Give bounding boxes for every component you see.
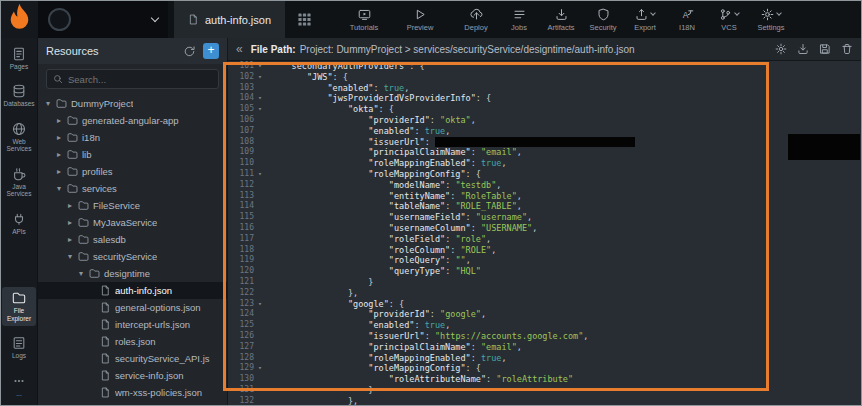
download-icon[interactable]	[797, 43, 809, 55]
code-line-109[interactable]: 109 "principalClaimName": "email",	[228, 147, 861, 158]
tree-folder-salesdb[interactable]: ▸salesdb	[38, 231, 227, 248]
code-line-110[interactable]: 110 "roleMappingEnabled": true,	[228, 158, 861, 169]
code-line-117[interactable]: 117 "roleField": "role",	[228, 234, 861, 245]
tree-toggle-icon[interactable]: ▾	[66, 252, 74, 261]
refresh-icon[interactable]	[183, 45, 196, 58]
rail-item-java-services[interactable]: Java Services	[2, 163, 36, 202]
topbar-settings-button[interactable]: Settings	[753, 7, 789, 32]
topbar-artifacts-button[interactable]: Artifacts	[543, 7, 579, 32]
apps-grid-icon[interactable]	[297, 12, 312, 27]
topbar-preview-button[interactable]: Preview	[402, 7, 438, 32]
code-line-116[interactable]: 116 "usernameColumn": "USERNAME",	[228, 223, 861, 234]
tree-toggle-icon[interactable]: ▸	[55, 116, 63, 125]
tree-toggle-icon[interactable]: ▸	[55, 133, 63, 142]
code-line-101[interactable]: 101▾ "secondaryAuthProviders": {	[228, 61, 861, 72]
code-line-126[interactable]: 126 "issuerUrl": "https://accounts.googl…	[228, 331, 861, 342]
code-line-130[interactable]: 130 "roleAttributeName": "roleAttribute"	[228, 374, 861, 385]
topbar-vcs-button[interactable]: VCS	[711, 7, 747, 32]
fold-toggle-icon[interactable]: ▾	[254, 104, 266, 115]
topbar-jobs-button[interactable]: Jobs	[501, 7, 537, 32]
code-line-115[interactable]: 115 "usernameField": "username",	[228, 212, 861, 223]
search-input[interactable]	[68, 74, 212, 85]
app-logo[interactable]	[1, 1, 38, 38]
code-line-124[interactable]: 124 "providerId": "google",	[228, 309, 861, 320]
tree-folder-designtime[interactable]: ▾designtime	[38, 265, 227, 282]
tree-file-securityservice-api-js[interactable]: securityService_API.js	[38, 350, 227, 367]
editor-settings-icon[interactable]	[775, 43, 787, 55]
fold-toggle-icon[interactable]: ▾	[254, 61, 266, 72]
tree-toggle-icon[interactable]: ▸	[66, 235, 74, 244]
code-line-128[interactable]: 128 "roleMappingEnabled": true,	[228, 353, 861, 364]
code-line-104[interactable]: 104▾ "jwsProviderIdVsProviderInfo": {	[228, 93, 861, 104]
code-line-112[interactable]: 112 "modelName": "testdb",	[228, 180, 861, 191]
code-line-119[interactable]: 119 "roleQuery": "",	[228, 255, 861, 266]
code-line-122[interactable]: 122 },	[228, 288, 861, 299]
code-line-125[interactable]: 125 "enabled": true,	[228, 320, 861, 331]
topbar-deploy-button[interactable]: Deploy	[458, 7, 494, 32]
code-line-121[interactable]: 121 }	[228, 277, 861, 288]
code-line-102[interactable]: 102▾ "JWS": {	[228, 72, 861, 83]
tree-folder-securityservice[interactable]: ▾securityService	[38, 248, 227, 265]
tree-file-intercept-urls-json[interactable]: intercept-urls.json	[38, 316, 227, 333]
tree-toggle-icon[interactable]: ▸	[66, 218, 74, 227]
tree-file-roles-json[interactable]: roles.json	[38, 333, 227, 350]
tree-toggle-icon[interactable]: ▸	[66, 201, 74, 210]
topbar-tutorials-button[interactable]: Tutorials	[346, 7, 382, 32]
code-line-123[interactable]: 123▾ "google": {	[228, 299, 861, 310]
tree-folder-fileservice[interactable]: ▸FileService	[38, 197, 227, 214]
rail-item-file-explorer[interactable]: File Explorer	[2, 287, 36, 326]
rail-item-databases[interactable]: Databases	[2, 80, 36, 111]
code-line-131[interactable]: 131 }	[228, 385, 861, 396]
tree-folder-profiles[interactable]: ▸profiles	[38, 163, 227, 180]
topbar-i18n-button[interactable]: AI18N	[669, 7, 705, 32]
tree-folder-services[interactable]: ▾services	[38, 180, 227, 197]
tree-toggle-icon[interactable]: ▸	[55, 150, 63, 159]
code-line-129[interactable]: 129▾ "roleMappingConfig": {	[228, 363, 861, 374]
save-icon[interactable]	[819, 43, 831, 55]
tree-toggle-icon[interactable]: ▸	[55, 167, 63, 176]
delete-icon[interactable]	[841, 43, 853, 55]
rail-item-more[interactable]: ...	[2, 370, 36, 401]
tree-toggle-icon[interactable]: ▾	[44, 99, 52, 108]
tree-file-wm-xss-policies-json[interactable]: wm-xss-policies.json	[38, 384, 227, 401]
code-line-113[interactable]: 113 "entityName": "RoleTable",	[228, 191, 861, 202]
rail-item-pages[interactable]: Pages	[2, 43, 36, 74]
code-line-132[interactable]: 132 },	[228, 396, 861, 405]
tree-folder-generated-angular-app[interactable]: ▸generated-angular-app	[38, 112, 227, 129]
fold-toggle-icon[interactable]: ▾	[254, 169, 266, 180]
fold-toggle-icon[interactable]: ▾	[254, 93, 266, 104]
topbar-security-button[interactable]: Security	[585, 7, 621, 32]
code-line-120[interactable]: 120 "queryType": "HQL"	[228, 266, 861, 277]
code-line-114[interactable]: 114 "tableName": "ROLE_TABLE",	[228, 201, 861, 212]
code-line-108[interactable]: 108 "issuerUrl":	[228, 137, 861, 148]
tree-folder-lib[interactable]: ▸lib	[38, 146, 227, 163]
code-line-107[interactable]: 107 "enabled": true,	[228, 126, 861, 137]
fold-toggle-icon[interactable]: ▾	[254, 363, 266, 374]
rail-item-logs[interactable]: Logs	[2, 332, 36, 363]
rail-item-web-services[interactable]: Web Services	[2, 118, 36, 157]
code-line-105[interactable]: 105▾ "okta": {	[228, 104, 861, 115]
fold-toggle-icon[interactable]: ▾	[254, 299, 266, 310]
tree-file-auth-info-json[interactable]: auth-info.json	[38, 282, 227, 299]
add-resource-button[interactable]: +	[203, 43, 219, 59]
tree-toggle-icon[interactable]: ▾	[77, 269, 85, 278]
tree-folder-myjavaservice[interactable]: ▸MyJavaService	[38, 214, 227, 231]
tree-file-service-info-json[interactable]: service-info.json	[38, 367, 227, 384]
code-line-127[interactable]: 127 "principalClaimName": "email",	[228, 342, 861, 353]
tree-file-general-options-json[interactable]: general-options.json	[38, 299, 227, 316]
code-line-111[interactable]: 111▾ "roleMappingConfig": {	[228, 169, 861, 180]
code-line-103[interactable]: 103 "enabled": true,	[228, 83, 861, 94]
open-file-tab[interactable]: auth-info.json	[174, 1, 285, 38]
tree-folder-i18n[interactable]: ▸i18n	[38, 129, 227, 146]
topbar-export-button[interactable]: Export	[627, 7, 663, 32]
rail-item-apis[interactable]: APIs	[2, 208, 36, 239]
code-editor[interactable]: 101▾ "secondaryAuthProviders": {102▾ "JW…	[228, 61, 861, 405]
tree-toggle-icon[interactable]: ▾	[55, 184, 63, 193]
code-line-118[interactable]: 118 "roleColumn": "ROLE",	[228, 245, 861, 256]
fold-toggle-icon[interactable]: ▾	[254, 72, 266, 83]
collapse-panel-button[interactable]: «	[236, 43, 243, 55]
project-selector[interactable]	[38, 1, 168, 38]
code-line-106[interactable]: 106 "providerId": "okta",	[228, 115, 861, 126]
tree-folder-dummyproject[interactable]: ▾DummyProject	[38, 95, 227, 112]
resource-search[interactable]	[46, 69, 219, 89]
